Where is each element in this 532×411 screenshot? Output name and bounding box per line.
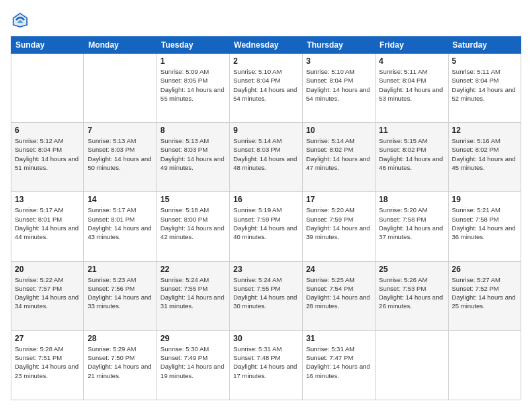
day-info: Sunrise: 5:24 AM Sunset: 7:55 PM Dayligh…	[233, 275, 298, 311]
day-number: 31	[306, 334, 371, 343]
day-info: Sunrise: 5:17 AM Sunset: 8:01 PM Dayligh…	[15, 205, 80, 241]
day-number: 18	[379, 195, 444, 204]
calendar-day-cell: 30Sunrise: 5:31 AM Sunset: 7:48 PM Dayli…	[230, 330, 302, 400]
day-number: 10	[306, 126, 371, 135]
header	[11, 11, 521, 30]
day-info: Sunrise: 5:28 AM Sunset: 7:51 PM Dayligh…	[15, 345, 80, 380]
day-number: 1	[161, 56, 226, 66]
weekday-header: Friday	[375, 37, 448, 54]
weekday-header: Monday	[84, 37, 157, 54]
day-number: 8	[161, 126, 226, 135]
weekday-header: Sunday	[11, 37, 84, 54]
calendar-day-cell: 28Sunrise: 5:29 AM Sunset: 7:50 PM Dayli…	[84, 330, 157, 400]
calendar-day-cell: 3Sunrise: 5:10 AM Sunset: 8:04 PM Daylig…	[302, 54, 375, 123]
day-number: 30	[233, 334, 298, 343]
day-number: 17	[306, 195, 371, 204]
calendar-day-cell: 7Sunrise: 5:13 AM Sunset: 8:03 PM Daylig…	[84, 123, 157, 192]
day-info: Sunrise: 5:26 AM Sunset: 7:53 PM Dayligh…	[379, 275, 444, 311]
calendar-day-cell: 24Sunrise: 5:25 AM Sunset: 7:54 PM Dayli…	[302, 261, 375, 330]
calendar-day-cell: 16Sunrise: 5:19 AM Sunset: 7:59 PM Dayli…	[230, 192, 302, 261]
day-info: Sunrise: 5:19 AM Sunset: 7:59 PM Dayligh…	[233, 205, 298, 241]
day-number: 21	[87, 265, 152, 274]
day-info: Sunrise: 5:11 AM Sunset: 8:04 PM Dayligh…	[379, 67, 444, 103]
day-info: Sunrise: 5:20 AM Sunset: 7:58 PM Dayligh…	[379, 205, 444, 241]
day-number: 15	[161, 195, 226, 204]
calendar-day-cell	[11, 54, 84, 123]
weekday-header: Wednesday	[230, 37, 302, 54]
day-info: Sunrise: 5:18 AM Sunset: 8:00 PM Dayligh…	[161, 205, 226, 241]
calendar-day-cell: 8Sunrise: 5:13 AM Sunset: 8:03 PM Daylig…	[157, 123, 229, 192]
calendar-day-cell: 19Sunrise: 5:21 AM Sunset: 7:58 PM Dayli…	[448, 192, 521, 261]
day-info: Sunrise: 5:30 AM Sunset: 7:49 PM Dayligh…	[161, 345, 226, 380]
calendar-day-cell: 5Sunrise: 5:11 AM Sunset: 8:04 PM Daylig…	[448, 54, 521, 123]
calendar-week-row: 27Sunrise: 5:28 AM Sunset: 7:51 PM Dayli…	[11, 330, 521, 400]
day-info: Sunrise: 5:14 AM Sunset: 8:02 PM Dayligh…	[306, 136, 371, 172]
calendar-day-cell: 11Sunrise: 5:15 AM Sunset: 8:02 PM Dayli…	[375, 123, 448, 192]
calendar-day-cell: 13Sunrise: 5:17 AM Sunset: 8:01 PM Dayli…	[11, 192, 84, 261]
weekday-header: Saturday	[448, 37, 521, 54]
calendar-day-cell: 12Sunrise: 5:16 AM Sunset: 8:02 PM Dayli…	[448, 123, 521, 192]
day-number: 23	[233, 265, 298, 274]
calendar-day-cell: 18Sunrise: 5:20 AM Sunset: 7:58 PM Dayli…	[375, 192, 448, 261]
calendar-day-cell: 10Sunrise: 5:14 AM Sunset: 8:02 PM Dayli…	[302, 123, 375, 192]
calendar-table: SundayMondayTuesdayWednesdayThursdayFrid…	[11, 36, 521, 400]
logo-icon	[11, 11, 30, 30]
day-number: 26	[452, 265, 517, 274]
day-info: Sunrise: 5:13 AM Sunset: 8:03 PM Dayligh…	[87, 136, 152, 172]
day-number: 7	[87, 126, 152, 135]
day-number: 14	[87, 195, 152, 204]
day-number: 2	[233, 56, 298, 66]
logo	[11, 11, 32, 30]
weekday-header: Thursday	[302, 37, 375, 54]
calendar-day-cell	[84, 54, 157, 123]
calendar-day-cell: 26Sunrise: 5:27 AM Sunset: 7:52 PM Dayli…	[448, 261, 521, 330]
day-number: 6	[15, 126, 80, 135]
page: SundayMondayTuesdayWednesdayThursdayFrid…	[0, 0, 532, 411]
calendar-week-row: 20Sunrise: 5:22 AM Sunset: 7:57 PM Dayli…	[11, 261, 521, 330]
day-info: Sunrise: 5:23 AM Sunset: 7:56 PM Dayligh…	[87, 275, 152, 311]
calendar-day-cell: 1Sunrise: 5:09 AM Sunset: 8:05 PM Daylig…	[157, 54, 229, 123]
day-number: 24	[306, 265, 371, 274]
calendar-day-cell: 25Sunrise: 5:26 AM Sunset: 7:53 PM Dayli…	[375, 261, 448, 330]
calendar-day-cell: 4Sunrise: 5:11 AM Sunset: 8:04 PM Daylig…	[375, 54, 448, 123]
day-number: 29	[161, 334, 226, 343]
calendar-day-cell: 9Sunrise: 5:14 AM Sunset: 8:03 PM Daylig…	[230, 123, 302, 192]
day-number: 19	[452, 195, 517, 204]
day-info: Sunrise: 5:21 AM Sunset: 7:58 PM Dayligh…	[452, 205, 517, 241]
day-number: 27	[15, 334, 80, 343]
day-info: Sunrise: 5:25 AM Sunset: 7:54 PM Dayligh…	[306, 275, 371, 311]
day-info: Sunrise: 5:10 AM Sunset: 8:04 PM Dayligh…	[233, 67, 298, 103]
day-info: Sunrise: 5:29 AM Sunset: 7:50 PM Dayligh…	[87, 345, 152, 380]
day-info: Sunrise: 5:22 AM Sunset: 7:57 PM Dayligh…	[15, 275, 80, 311]
calendar-week-row: 13Sunrise: 5:17 AM Sunset: 8:01 PM Dayli…	[11, 192, 521, 261]
calendar-day-cell: 27Sunrise: 5:28 AM Sunset: 7:51 PM Dayli…	[11, 330, 84, 400]
calendar-week-row: 1Sunrise: 5:09 AM Sunset: 8:05 PM Daylig…	[11, 54, 521, 123]
day-info: Sunrise: 5:17 AM Sunset: 8:01 PM Dayligh…	[87, 205, 152, 241]
day-number: 25	[379, 265, 444, 274]
day-number: 11	[379, 126, 444, 135]
day-number: 13	[15, 195, 80, 204]
calendar-week-row: 6Sunrise: 5:12 AM Sunset: 8:04 PM Daylig…	[11, 123, 521, 192]
calendar-day-cell: 14Sunrise: 5:17 AM Sunset: 8:01 PM Dayli…	[84, 192, 157, 261]
calendar-day-cell	[448, 330, 521, 400]
day-info: Sunrise: 5:14 AM Sunset: 8:03 PM Dayligh…	[233, 136, 298, 172]
day-number: 5	[452, 56, 517, 66]
calendar-day-cell: 23Sunrise: 5:24 AM Sunset: 7:55 PM Dayli…	[230, 261, 302, 330]
day-number: 9	[233, 126, 298, 135]
calendar-day-cell: 29Sunrise: 5:30 AM Sunset: 7:49 PM Dayli…	[157, 330, 229, 400]
day-number: 16	[233, 195, 298, 204]
day-number: 28	[87, 334, 152, 343]
calendar-day-cell: 15Sunrise: 5:18 AM Sunset: 8:00 PM Dayli…	[157, 192, 229, 261]
day-info: Sunrise: 5:24 AM Sunset: 7:55 PM Dayligh…	[161, 275, 226, 311]
calendar-day-cell: 6Sunrise: 5:12 AM Sunset: 8:04 PM Daylig…	[11, 123, 84, 192]
day-number: 12	[452, 126, 517, 135]
calendar-day-cell: 2Sunrise: 5:10 AM Sunset: 8:04 PM Daylig…	[230, 54, 302, 123]
day-info: Sunrise: 5:15 AM Sunset: 8:02 PM Dayligh…	[379, 136, 444, 172]
calendar-day-cell: 20Sunrise: 5:22 AM Sunset: 7:57 PM Dayli…	[11, 261, 84, 330]
calendar-day-cell: 31Sunrise: 5:31 AM Sunset: 7:47 PM Dayli…	[302, 330, 375, 400]
day-info: Sunrise: 5:10 AM Sunset: 8:04 PM Dayligh…	[306, 67, 371, 103]
weekday-header-row: SundayMondayTuesdayWednesdayThursdayFrid…	[11, 37, 521, 54]
day-info: Sunrise: 5:31 AM Sunset: 7:47 PM Dayligh…	[306, 345, 371, 380]
day-number: 20	[15, 265, 80, 274]
calendar-day-cell	[375, 330, 448, 400]
